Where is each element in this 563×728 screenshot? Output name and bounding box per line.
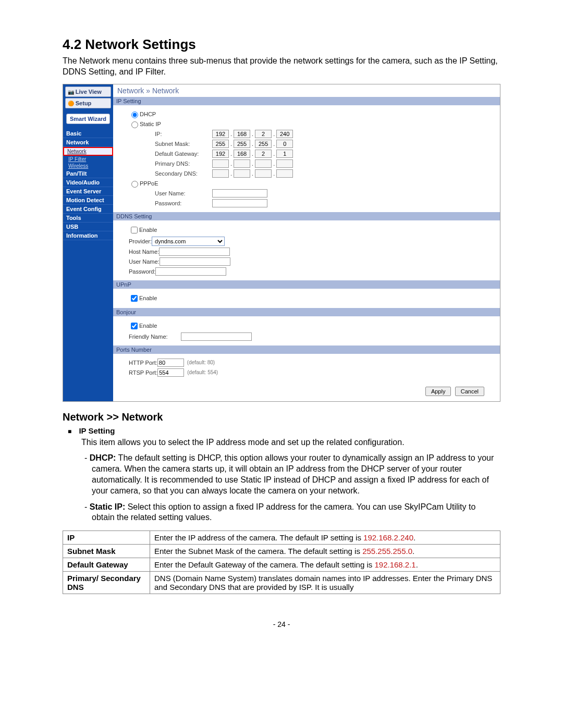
bonjour-friendly-label: Friendly Name: [129,334,181,340]
ddns-enable-checkbox[interactable] [131,227,138,233]
sm-oct-2[interactable] [234,140,250,148]
ip-setting-desc: This item allows you to select the IP ad… [81,437,500,448]
subsection-title: Network >> Network [63,411,500,423]
upnp-enable-checkbox[interactable] [131,295,138,302]
bonjour-enable-checkbox[interactable] [131,323,138,329]
gw-oct-1[interactable] [212,150,229,158]
rtsp-port-label: RTSP Port: [129,369,157,376]
gateway-label: Default Gateway: [155,151,212,157]
gw-oct-4[interactable] [276,150,293,158]
pppoe-user-label: User Name: [155,190,212,196]
sidebar-item-motiondetect[interactable]: Motion Detect [63,196,113,205]
cell-gateway-val: Enter the Default Gateway of the camera.… [150,558,500,572]
sidebar-sub-ipfilter[interactable]: IP Filter [63,156,113,163]
pppoe-radio[interactable] [131,181,138,188]
ip-setting-bullet: IP Setting [68,426,500,435]
http-port-hint: (default: 80) [187,360,215,365]
ddns-user-label: User Name: [129,258,160,265]
staticip-radio[interactable] [131,121,138,128]
pppoe-label: PPPoE [140,180,158,187]
pdns-oct-1[interactable] [212,159,229,168]
ddns-provider-label: Provider: [129,238,152,244]
ip-oct-3[interactable] [255,130,272,138]
table-row: Default Gateway Enter the Default Gatewa… [63,558,500,572]
sidebar-item-eventconfig[interactable]: Event Config [63,205,113,214]
pdns-oct-2[interactable] [234,159,250,168]
bonjour-friendly-input[interactable] [181,332,252,341]
sm-oct-1[interactable] [212,140,229,148]
sidebar-item-eventserver[interactable]: Event Server [63,187,113,196]
pppoe-pass-label: Password: [155,200,212,206]
sdns-oct-1[interactable] [212,169,229,178]
sidebar-item-videoaudio[interactable]: Video/Audio [63,178,113,187]
staticip-item: - Static IP: Select this option to assig… [84,502,500,524]
pdns-oct-3[interactable] [255,159,272,168]
upnp-enable-label: Enable [139,295,157,301]
dhcp-lead: DHCP: [90,453,116,462]
cell-subnet-key: Subnet Mask [63,545,150,558]
cell-dns-key: Primary/ Secondary DNS [63,572,150,594]
sdns-label: Secondary DNS: [155,170,212,177]
page-number: - 24 - [63,620,500,628]
sm-oct-4[interactable] [276,140,293,148]
content-area: Network » Network IP Setting DHCP Static… [113,84,500,401]
sidebar-sub-network[interactable]: Network [63,147,113,156]
ip-oct-1[interactable] [212,130,229,138]
table-row: IP Enter the IP address of the camera. T… [63,531,500,545]
ddns-header: DDNS Setting [113,212,500,220]
bonjour-header: Bonjour [113,308,500,316]
pppoe-pass-input[interactable] [212,199,267,207]
dhcp-item: - DHCP: The default setting is DHCP, thi… [84,453,500,496]
sidebar-item-tools[interactable]: Tools [63,214,113,223]
ports-header: Ports Number [113,346,500,354]
staticip-label: Static IP [140,121,161,127]
smart-wizard-button[interactable]: Smart Wizard [66,114,110,124]
ddns-pass-label: Password: [129,268,155,275]
sidebar-item-basic[interactable]: Basic [63,129,113,138]
dhcp-label: DHCP [140,111,156,117]
gw-oct-3[interactable] [255,150,272,158]
sidebar-item-information[interactable]: Information [63,231,113,240]
sdns-oct-3[interactable] [255,169,272,178]
sidebar-item-pantilt[interactable]: Pan/Tilt [63,169,113,178]
ip-oct-4[interactable] [276,130,293,138]
ip-label: IP: [155,131,212,137]
setup-button[interactable]: Setup [65,98,111,108]
pdns-label: Primary DNS: [155,161,212,167]
sdns-oct-2[interactable] [234,169,250,178]
dhcp-radio[interactable] [131,112,138,118]
sidebar: Live View Setup Smart Wizard Basic Netwo… [63,84,113,401]
bonjour-enable-label: Enable [139,323,157,329]
sidebar-sub-wireless[interactable]: Wireless [63,163,113,169]
cancel-button[interactable]: Cancel [455,387,484,396]
intro-text: The Network menu contains three sub-menu… [63,56,500,78]
ddns-host-input[interactable] [159,248,230,256]
sidebar-item-usb[interactable]: USB [63,223,113,231]
cell-subnet-val: Enter the Subnet Mask of the camera. The… [150,545,500,558]
sidebar-item-network[interactable]: Network [63,138,113,147]
upnp-header: UPnP [113,280,500,289]
table-row: Primary/ Secondary DNS DNS (Domain Name … [63,572,500,594]
http-port-label: HTTP Port: [129,360,157,366]
table-row: Subnet Mask Enter the Subnet Mask of the… [63,545,500,558]
ddns-pass-input[interactable] [155,267,226,276]
ddns-user-input[interactable] [160,257,230,266]
http-port-input[interactable] [157,359,184,367]
ip-oct-2[interactable] [234,130,250,138]
ip-setting-bullet-label: IP Setting [79,426,115,435]
pdns-oct-4[interactable] [276,159,293,168]
live-view-button[interactable]: Live View [65,87,111,97]
sm-oct-3[interactable] [255,140,272,148]
static-lead: Static IP: [90,502,125,511]
ddns-provider-select[interactable]: dyndns.com [152,237,225,246]
rtsp-port-input[interactable] [157,368,184,377]
ddns-host-label: Host Name: [129,249,159,255]
pppoe-user-input[interactable] [212,189,267,198]
screenshot-frame: Live View Setup Smart Wizard Basic Netwo… [63,84,500,402]
static-text: Select this option to assign a fixed IP … [92,502,475,522]
sdns-oct-4[interactable] [276,169,293,178]
cell-ip-val: Enter the IP address of the camera. The … [150,531,500,545]
gw-oct-2[interactable] [234,150,250,158]
apply-button[interactable]: Apply [425,387,451,396]
static-ip-table: IP Enter the IP address of the camera. T… [63,530,500,594]
